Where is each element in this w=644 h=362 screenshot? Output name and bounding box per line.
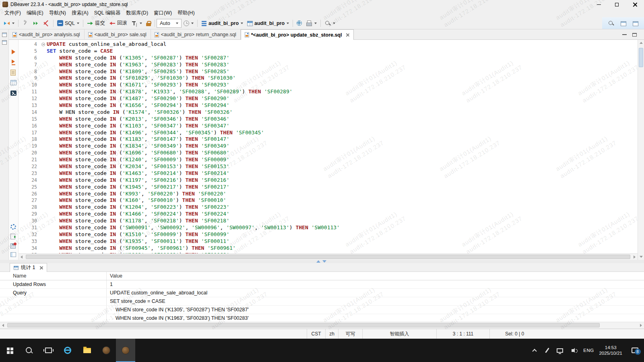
column-header-value[interactable]: Value [107,272,122,280]
restore-view-button-2[interactable] [2,40,7,45]
taskbar-search-button[interactable] [19,339,39,362]
restore-view-button[interactable] [2,33,7,37]
code-line[interactable]: 15 WHEN store_code IN ('K2013', 'SF00346… [19,116,638,123]
results-horizontal-scrollbar[interactable] [0,322,644,329]
execute-script-button[interactable] [10,59,17,66]
table-row[interactable]: WHEN store_code IN ('K1963', 'SF00283') … [0,314,644,322]
perspective-icon-2[interactable] [633,21,638,26]
minimize-button[interactable] [590,0,608,9]
table-row[interactable]: QueryUPDATE custom_online_sale_abroad_lo… [0,289,644,297]
menu-item[interactable]: 搜索(A) [69,9,91,17]
code-line[interactable]: 29 WHEN store_code IN ('K1466', 'SF00224… [19,211,638,218]
taskbar-clock[interactable]: 14:53 2025/10/21 [596,339,625,362]
menu-item[interactable]: 导航(N) [46,9,69,17]
code-line[interactable]: 33 WHEN store_code IN ('K1935', 'SF00011… [19,238,638,245]
code-line[interactable]: 30 WHEN store_code IN ('K1178', 'SF00218… [19,218,638,224]
code-line[interactable]: 31 WHEN store_code IN ('SW00091', 'SW000… [19,224,638,231]
dbeaver-taskbar-button[interactable] [116,339,135,362]
autocommit-combo[interactable]: Auto [157,19,182,28]
fetch-results-button[interactable] [10,80,17,85]
table-row[interactable]: SET store_code = CASE [0,297,644,306]
code-line[interactable]: 8 WHEN store_code IN ('K1809', 'SF00285'… [19,68,638,75]
menu-item[interactable]: 数据库(D) [123,9,151,17]
volume-button[interactable] [567,339,581,362]
action-center-button[interactable]: 8 [625,339,644,362]
collapse-marker-icon[interactable] [41,43,45,46]
editor-tab[interactable]: <audit_bi_pro> analysis.sql [9,29,85,40]
code-line[interactable]: 16 WHEN store_code IN ('K1103', 'SF00347… [19,123,638,130]
task-view-button[interactable] [39,339,58,362]
scroll-left-icon[interactable] [21,255,23,259]
edge-button[interactable] [58,339,77,362]
menu-item[interactable]: 帮助(H) [175,9,197,17]
table-row[interactable]: Updated Rows1 [0,280,644,289]
settings-gear-icon[interactable] [10,224,16,230]
editor-horizontal-scrollbar[interactable] [19,253,638,260]
lock-button[interactable] [144,19,153,28]
code-line[interactable]: 25 WHEN store_code IN ('K1945', 'SF00217… [19,184,638,191]
start-button[interactable] [0,339,19,362]
editor-tab[interactable]: *<audit_bi_pro> update_sbz_store.sql [241,29,354,40]
menu-item[interactable]: 编辑(E) [24,9,46,17]
code-line[interactable]: 23 WHEN store_code IN ('K1463', 'SF00214… [19,170,638,177]
sash-collapse-control[interactable] [316,260,326,263]
display-tray-button[interactable] [553,339,567,362]
vertical-scrollbar-thumb[interactable] [639,48,643,67]
code-line[interactable]: 12 WHEN store_code IN ('K1487', 'SF00290… [19,95,638,102]
tab-close-icon[interactable] [346,33,349,37]
maximize-view-icon[interactable] [632,33,637,37]
sql-editor[interactable]: 4UPDATE custom_online_sale_abroad_local5… [19,40,638,253]
editor-vertical-scrollbar[interactable] [638,40,644,260]
table-row[interactable]: WHEN store_code IN ('K1305', 'SF00287') … [0,306,644,314]
search-menu-button[interactable] [322,19,337,28]
transaction-log-button[interactable] [182,19,196,28]
schema-selector[interactable]: audit_bi_pro [245,19,291,28]
commit-button[interactable]: 提交 [85,19,107,28]
code-line[interactable]: 6 WHEN store_code IN ('K1305', 'SF00287'… [19,55,638,62]
pinned-app-button[interactable] [97,339,116,362]
code-line[interactable]: 18 WHEN store_code IN ('K1183', 'SF00147… [19,136,638,143]
tab-statistics[interactable]: 统计 1 [10,263,47,272]
perspective-icon[interactable] [621,21,626,26]
menu-item[interactable]: SQL 编辑器 [91,9,124,17]
code-line[interactable]: 5SET store_code = CASE [19,48,638,55]
pen-settings-button[interactable] [541,339,553,362]
scroll-right-icon[interactable] [640,324,642,327]
scroll-right-icon[interactable] [634,255,636,259]
code-line[interactable]: 28 WHEN store_code IN ('K1204', 'SF00223… [19,204,638,211]
code-line[interactable]: 19 WHEN store_code IN ('K1834', 'SF00349… [19,143,638,150]
code-line[interactable]: 7 WHEN store_code IN ('K1963', 'SF00283'… [19,62,638,68]
code-line[interactable]: 4UPDATE custom_online_sale_abroad_local [19,41,638,48]
rollback-button[interactable]: 回滚 [107,19,129,28]
horizontal-scrollbar-thumb[interactable] [26,255,630,259]
grid-view-button[interactable] [10,252,16,257]
print-export-button[interactable] [304,19,319,28]
code-line[interactable]: 32 WHEN store_code IN ('K1510', 'SF00099… [19,231,638,238]
export-button[interactable] [10,234,15,239]
code-line[interactable]: 21 WHEN store_code IN ('K1240', 'SF00009… [19,156,638,163]
editor-tab[interactable]: <audit_bi_pro> sale.sql [85,29,151,40]
scroll-up-icon[interactable] [640,42,643,44]
code-line[interactable]: 24 WHEN store_code IN ('K1197', 'SF00216… [19,177,638,184]
pin-button[interactable] [20,19,31,28]
horizontal-scrollbar-thumb[interactable] [7,323,600,327]
code-line[interactable]: 34 WHEN store_code IN ('SF00945', 'SF009… [19,245,638,252]
code-line[interactable]: 13 WHEN store_code IN ('K1656', 'SF00294… [19,102,638,109]
sql-editor-menu-button[interactable]: SQL [55,19,81,28]
network-button[interactable] [295,19,304,28]
code-line[interactable]: 20 WHEN store_code IN ('K1696', 'SF00680… [19,150,638,156]
reconnect-button[interactable] [31,19,41,28]
file-explorer-button[interactable] [77,339,97,362]
code-line[interactable]: 14 W HEN store_code IN ('K1574', 'SF0032… [19,109,638,116]
minimize-view-icon[interactable] [622,34,627,35]
save-button[interactable] [10,243,16,249]
connection-button[interactable] [2,19,17,28]
code-line[interactable]: 26 WHEN store_code IN ('K993', 'SF00220'… [19,191,638,197]
disconnect-button[interactable] [41,19,52,28]
code-line[interactable]: 27 WHEN store_code IN ('K160', 'SF00010'… [19,197,638,204]
text-transform-button[interactable] [129,19,144,28]
explain-plan-button[interactable] [10,70,16,76]
code-line[interactable]: 22 WHEN store_code IN ('K2034', 'SF00153… [19,163,638,170]
quick-search-icon[interactable] [608,20,614,27]
code-line[interactable]: 17 WHEN store_code IN ('K1496', 'SF00344… [19,130,638,136]
